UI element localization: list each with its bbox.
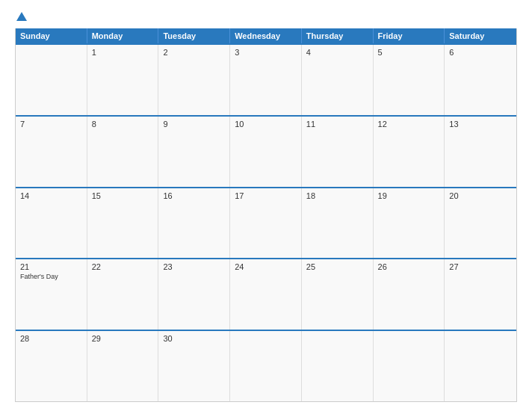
day-cell: 20 xyxy=(445,188,516,259)
day-cell: 18 xyxy=(302,188,374,259)
day-header-tuesday: Tuesday xyxy=(158,28,230,43)
day-cell: 24 xyxy=(230,259,302,330)
day-number: 18 xyxy=(306,191,368,200)
day-cell xyxy=(16,45,87,115)
day-cell: 28 xyxy=(16,331,87,401)
day-number: 8 xyxy=(92,120,154,129)
day-cell: 25 xyxy=(302,259,374,330)
day-number: 24 xyxy=(235,262,297,271)
day-cell: 13 xyxy=(445,117,516,187)
week-row-5: 282930 xyxy=(16,330,516,401)
day-number: 17 xyxy=(235,191,297,200)
day-header-saturday: Saturday xyxy=(445,28,516,43)
day-number: 30 xyxy=(163,334,225,343)
day-number: 11 xyxy=(306,120,368,129)
week-row-2: 78910111213 xyxy=(16,115,516,187)
day-header-monday: Monday xyxy=(87,28,159,43)
day-cell: 1 xyxy=(87,45,159,115)
day-cell: 17 xyxy=(230,188,302,259)
day-number: 29 xyxy=(92,334,154,343)
logo xyxy=(15,13,27,22)
day-number: 1 xyxy=(92,48,154,57)
day-cell: 6 xyxy=(445,45,516,115)
day-event: Father's Day xyxy=(20,273,82,280)
day-cell: 27 xyxy=(445,259,516,330)
day-number: 23 xyxy=(163,262,225,271)
day-number: 28 xyxy=(20,334,82,343)
day-number: 7 xyxy=(20,120,82,129)
day-number: 4 xyxy=(306,48,368,57)
week-row-1: 123456 xyxy=(16,43,516,115)
day-number: 15 xyxy=(92,191,154,200)
day-cell: 26 xyxy=(374,259,445,330)
day-header-wednesday: Wednesday xyxy=(230,28,302,43)
calendar-page: SundayMondayTuesdayWednesdayThursdayFrid… xyxy=(0,0,532,411)
day-cell: 30 xyxy=(158,331,230,401)
day-number: 25 xyxy=(306,262,368,271)
day-number: 12 xyxy=(378,120,440,129)
day-cell: 5 xyxy=(374,45,445,115)
day-cell: 4 xyxy=(302,45,374,115)
day-cell: 8 xyxy=(87,117,159,187)
day-headers-row: SundayMondayTuesdayWednesdayThursdayFrid… xyxy=(16,28,516,43)
week-row-4: 21Father's Day222324252627 xyxy=(16,258,516,330)
day-cell: 10 xyxy=(230,117,302,187)
day-header-friday: Friday xyxy=(374,28,445,43)
day-number: 9 xyxy=(163,120,225,129)
day-cell xyxy=(374,331,445,401)
day-cell: 3 xyxy=(230,45,302,115)
day-cell: 14 xyxy=(16,188,87,259)
weeks-container: 123456789101112131415161718192021Father'… xyxy=(16,43,516,401)
header xyxy=(15,13,517,22)
week-row-3: 14151617181920 xyxy=(16,187,516,259)
day-cell: 12 xyxy=(374,117,445,187)
day-header-thursday: Thursday xyxy=(302,28,374,43)
day-number: 16 xyxy=(163,191,225,200)
day-cell: 15 xyxy=(87,188,159,259)
day-number: 6 xyxy=(449,48,512,57)
day-number: 10 xyxy=(235,120,297,129)
day-cell: 19 xyxy=(374,188,445,259)
day-number: 20 xyxy=(449,191,512,200)
day-number: 27 xyxy=(449,262,512,271)
day-cell xyxy=(445,331,516,401)
day-cell xyxy=(302,331,374,401)
day-cell: 9 xyxy=(158,117,230,187)
day-number: 26 xyxy=(378,262,440,271)
day-number: 22 xyxy=(92,262,154,271)
day-number: 14 xyxy=(20,191,82,200)
day-number: 5 xyxy=(378,48,440,57)
day-cell: 21Father's Day xyxy=(16,259,87,330)
logo-triangle-icon xyxy=(16,12,27,21)
day-number: 2 xyxy=(163,48,225,57)
day-cell: 7 xyxy=(16,117,87,187)
day-number: 3 xyxy=(235,48,297,57)
day-cell: 29 xyxy=(87,331,159,401)
calendar-grid: SundayMondayTuesdayWednesdayThursdayFrid… xyxy=(15,28,517,402)
day-number: 19 xyxy=(378,191,440,200)
day-cell: 2 xyxy=(158,45,230,115)
day-cell: 23 xyxy=(158,259,230,330)
day-cell: 16 xyxy=(158,188,230,259)
day-cell: 11 xyxy=(302,117,374,187)
day-cell xyxy=(230,331,302,401)
day-number: 21 xyxy=(20,262,82,271)
day-header-sunday: Sunday xyxy=(16,28,87,43)
day-cell: 22 xyxy=(87,259,159,330)
day-number: 13 xyxy=(449,120,512,129)
